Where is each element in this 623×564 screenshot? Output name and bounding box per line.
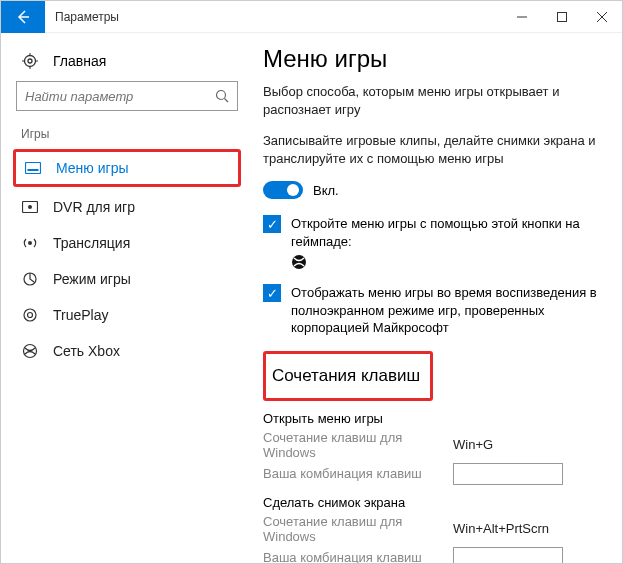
checkbox-label: Откройте меню игры с помощью этой кнопки… (291, 215, 600, 250)
shortcut-user-label: Ваша комбинация клавиш (263, 550, 453, 563)
shortcut-user-input[interactable] (453, 463, 563, 485)
close-icon (597, 12, 607, 22)
minimize-button[interactable] (502, 1, 542, 33)
checkbox-fullscreen-verified[interactable]: ✓ (263, 284, 281, 302)
svg-rect-12 (26, 163, 41, 174)
broadcast-icon (21, 235, 39, 251)
sidebar: Главная Игры Меню игры DVR для игр (1, 33, 253, 563)
dvr-icon (21, 201, 39, 213)
svg-point-16 (28, 241, 32, 245)
sidebar-item-broadcast[interactable]: Трансляция (1, 225, 253, 261)
shortcut-user-label: Ваша комбинация клавиш (263, 466, 453, 481)
sidebar-item-game-mode[interactable]: Режим игры (1, 261, 253, 297)
svg-line-11 (225, 99, 229, 103)
minimize-icon (517, 12, 527, 22)
highlight-annotation: Сочетания клавиш (263, 351, 433, 401)
svg-point-10 (217, 91, 226, 100)
svg-point-19 (28, 313, 33, 318)
window-title: Параметры (45, 10, 502, 24)
search-input[interactable] (25, 89, 215, 104)
svg-point-21 (292, 255, 306, 269)
sidebar-item-label: DVR для игр (53, 199, 135, 215)
gamebar-toggle[interactable] (263, 181, 303, 199)
sidebar-item-game-bar[interactable]: Меню игры (16, 152, 238, 184)
maximize-button[interactable] (542, 1, 582, 33)
shortcut-windows-value: Win+G (453, 437, 493, 452)
trueplay-icon (21, 307, 39, 323)
main-content: Меню игры Выбор способа, которым меню иг… (253, 33, 622, 563)
search-icon (215, 89, 229, 103)
close-button[interactable] (582, 1, 622, 33)
highlight-annotation: Меню игры (13, 149, 241, 187)
svg-point-18 (24, 309, 36, 321)
sidebar-item-dvr[interactable]: DVR для игр (1, 189, 253, 225)
shortcuts-heading: Сочетания клавиш (272, 366, 420, 386)
toggle-label: Вкл. (313, 183, 339, 198)
page-description-2: Записывайте игровые клипы, делайте снимк… (263, 132, 600, 167)
shortcut-group-screenshot: Сделать снимок экрана Сочетание клавиш д… (263, 495, 600, 563)
arrow-left-icon (15, 9, 31, 25)
svg-rect-1 (558, 12, 567, 21)
back-button[interactable] (1, 1, 45, 33)
nav-group-label: Игры (1, 127, 253, 149)
shortcut-windows-value: Win+Alt+PrtScrn (453, 521, 549, 536)
checkbox-controller-open[interactable]: ✓ (263, 215, 281, 233)
home-link[interactable]: Главная (1, 45, 253, 81)
shortcut-windows-label: Сочетание клавиш для Windows (263, 514, 453, 544)
sidebar-item-xbox-network[interactable]: Сеть Xbox (1, 333, 253, 369)
xbox-network-icon (21, 343, 39, 359)
svg-rect-13 (28, 169, 39, 171)
svg-point-4 (25, 56, 36, 67)
gear-icon (21, 53, 39, 69)
xbox-guide-icon (291, 254, 307, 270)
home-label: Главная (53, 53, 106, 69)
shortcut-group-open: Открыть меню игры Сочетание клавиш для W… (263, 411, 600, 485)
shortcut-title: Сделать снимок экрана (263, 495, 600, 510)
sidebar-item-label: Трансляция (53, 235, 130, 251)
sidebar-item-label: Режим игры (53, 271, 131, 287)
checkbox-label: Отображать меню игры во время воспизведе… (291, 284, 600, 337)
sidebar-item-label: Меню игры (56, 160, 129, 176)
maximize-icon (557, 12, 567, 22)
page-description-1: Выбор способа, которым меню игры открыва… (263, 83, 600, 118)
shortcut-windows-label: Сочетание клавиш для Windows (263, 430, 453, 460)
shortcut-title: Открыть меню игры (263, 411, 600, 426)
title-bar: Параметры (1, 1, 622, 33)
search-box[interactable] (16, 81, 238, 111)
sidebar-item-label: TruePlay (53, 307, 109, 323)
sidebar-item-trueplay[interactable]: TruePlay (1, 297, 253, 333)
toggle-knob (287, 184, 299, 196)
sidebar-item-label: Сеть Xbox (53, 343, 120, 359)
shortcut-user-input[interactable] (453, 547, 563, 563)
gamebar-icon (24, 162, 42, 174)
svg-point-5 (28, 59, 32, 63)
page-title: Меню игры (263, 45, 600, 73)
gamemode-icon (21, 271, 39, 287)
svg-point-15 (28, 205, 32, 209)
